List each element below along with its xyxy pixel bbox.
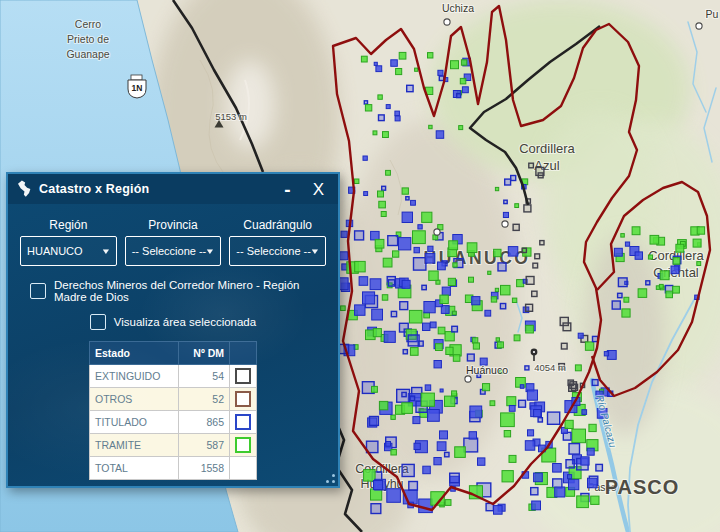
mining-concession bbox=[538, 418, 542, 422]
mining-concession bbox=[370, 417, 379, 426]
close-button[interactable]: X bbox=[309, 181, 328, 198]
mining-concession bbox=[648, 255, 652, 259]
region-label: Región bbox=[20, 218, 117, 232]
mining-concession bbox=[625, 242, 629, 246]
mining-concession bbox=[526, 304, 533, 311]
mining-concession bbox=[568, 475, 572, 479]
chevron-down-icon: ▼ bbox=[101, 247, 111, 256]
mining-concession bbox=[388, 236, 398, 246]
mining-concession bbox=[501, 413, 515, 427]
catastro-region-dialog: Catastro x Región - X Región HUANUCO ▼ P… bbox=[6, 172, 340, 488]
mining-concession bbox=[396, 69, 402, 75]
mining-concession bbox=[591, 496, 599, 504]
mining-concession bbox=[618, 293, 622, 297]
mining-concession bbox=[438, 327, 445, 334]
mining-concession bbox=[429, 125, 432, 128]
mining-concession bbox=[569, 479, 579, 489]
map-canvas[interactable]: CordilleraAzulHUANUCOCordilleraOrientalP… bbox=[0, 0, 720, 532]
cuadrangulo-dropdown[interactable]: -- Seleccione -- ▼ bbox=[229, 236, 326, 266]
mining-concession bbox=[515, 204, 519, 208]
mining-concession bbox=[494, 506, 503, 515]
corredor-minero-checkbox[interactable] bbox=[30, 283, 46, 299]
mining-concession bbox=[384, 331, 395, 342]
mining-concession bbox=[453, 263, 457, 267]
mining-concession bbox=[371, 231, 380, 240]
table-row: TITULADO 865 bbox=[90, 411, 257, 434]
mining-concession bbox=[525, 441, 535, 451]
mining-concession bbox=[565, 420, 573, 428]
dialog-titlebar[interactable]: Catastro x Región - X bbox=[8, 174, 338, 204]
mining-concession bbox=[391, 415, 395, 419]
ndm-cell: 52 bbox=[179, 388, 230, 411]
mining-concession bbox=[452, 326, 458, 332]
mining-concession bbox=[540, 241, 544, 245]
mining-concession bbox=[402, 464, 414, 476]
mining-concession bbox=[478, 458, 485, 465]
mining-concession bbox=[566, 460, 574, 468]
mining-concession bbox=[378, 95, 382, 99]
mining-concession bbox=[442, 287, 450, 295]
mining-concession bbox=[373, 329, 381, 337]
mining-concession bbox=[472, 338, 477, 343]
extinguido-swatch-checkbox[interactable] bbox=[235, 368, 251, 384]
visualiza-area-checkbox[interactable] bbox=[90, 314, 106, 330]
mining-concession bbox=[618, 278, 627, 287]
mining-concession bbox=[500, 304, 505, 309]
region-dropdown[interactable]: HUANUCO ▼ bbox=[20, 236, 117, 266]
mining-concession bbox=[379, 115, 385, 121]
mining-concession bbox=[509, 406, 515, 412]
mining-concession bbox=[490, 401, 495, 406]
mining-concession bbox=[532, 501, 541, 510]
mining-concession bbox=[491, 297, 496, 302]
town-marker bbox=[465, 376, 471, 382]
mining-concession bbox=[494, 249, 501, 256]
mining-concession bbox=[364, 192, 368, 196]
mining-concession bbox=[414, 247, 419, 252]
mining-concession bbox=[402, 212, 412, 222]
mining-concession bbox=[438, 70, 443, 75]
mining-concession bbox=[513, 224, 519, 230]
mining-concession bbox=[596, 464, 603, 471]
mining-concession bbox=[355, 305, 365, 315]
mining-concession bbox=[375, 239, 384, 248]
mining-concession bbox=[693, 239, 701, 247]
mining-concession bbox=[569, 444, 580, 455]
mining-concession bbox=[440, 431, 448, 439]
otros-swatch-checkbox[interactable] bbox=[235, 391, 251, 407]
mining-concession bbox=[402, 188, 408, 194]
label-uchiza: Uchiza bbox=[442, 2, 474, 14]
provincia-dropdown[interactable]: -- Seleccione -- ▼ bbox=[125, 236, 222, 266]
mining-concession bbox=[445, 452, 449, 456]
mining-concession bbox=[577, 496, 589, 508]
mining-concession bbox=[503, 212, 508, 217]
mining-concession bbox=[507, 397, 516, 406]
mining-concession bbox=[561, 343, 567, 349]
mining-concession bbox=[572, 429, 586, 443]
resize-handle[interactable] bbox=[323, 471, 335, 483]
road-shield-label: 1N bbox=[132, 83, 143, 93]
mining-concession bbox=[383, 132, 389, 138]
region-value: HUANUCO bbox=[27, 245, 83, 257]
mining-concession bbox=[524, 205, 531, 212]
mining-concession bbox=[496, 338, 499, 341]
titulado-swatch-checkbox[interactable] bbox=[235, 414, 251, 430]
mining-concession bbox=[697, 227, 704, 234]
mining-concession bbox=[638, 289, 647, 298]
mining-concession bbox=[391, 450, 397, 456]
mining-concession bbox=[553, 464, 562, 473]
mining-concession bbox=[449, 241, 458, 250]
mining-concession bbox=[402, 392, 406, 396]
town-marker bbox=[696, 23, 702, 29]
minimize-button[interactable]: - bbox=[280, 181, 294, 198]
label-pu: Pu bbox=[706, 8, 719, 20]
mining-concession bbox=[697, 262, 701, 266]
mining-concession bbox=[508, 247, 518, 257]
label-elevation-5153: 5153 m bbox=[215, 111, 247, 122]
mining-concession bbox=[495, 187, 498, 190]
mining-concession bbox=[440, 389, 443, 392]
tramite-swatch-checkbox[interactable] bbox=[235, 437, 251, 453]
mining-concession bbox=[340, 252, 348, 260]
estado-cell: TRAMITE bbox=[90, 434, 179, 457]
mining-concession bbox=[635, 252, 642, 259]
town-marker bbox=[434, 229, 440, 235]
